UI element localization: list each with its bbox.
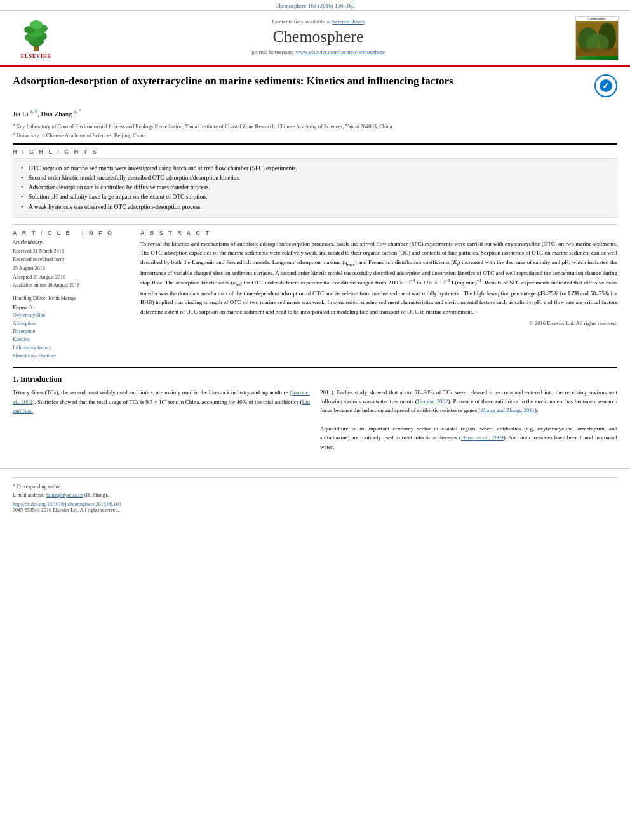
- jones-ref-link[interactable]: Jones et al., 2002: [13, 389, 310, 405]
- page-footer: * Corresponding author. E-mail address: …: [0, 468, 630, 517]
- elsevier-text: ELSEVIER: [21, 53, 51, 59]
- science-direct-link[interactable]: ScienceDirect: [332, 18, 364, 25]
- article-info-abstract-columns: A R T I C L E I N F O Article history: R…: [13, 230, 617, 361]
- ijemba-ref-link[interactable]: IJemba, 2002: [417, 398, 448, 404]
- abstract-text: To reveal the kinetics and mechanisms of…: [140, 239, 617, 316]
- journal-cover-title: Chemosphere: [576, 17, 618, 21]
- keyword-3: Desorption: [13, 328, 130, 336]
- journal-name: Chemosphere: [71, 27, 565, 46]
- main-content: Adsorption-desorption of oxytetracycline…: [0, 67, 630, 458]
- affiliation-b: b University of Chinese Academy of Scien…: [13, 130, 617, 140]
- elsevier-logo-area: ELSEVIER: [8, 16, 65, 60]
- received-revised-date: 15 August 2016: [13, 264, 130, 273]
- elsevier-logo: ELSEVIER: [17, 17, 55, 59]
- affiliation-a: a Key Laboratory of Coastal Environmenta…: [13, 121, 617, 131]
- article-title-text: Adsorption-desorption of oxytetracycline…: [13, 74, 588, 90]
- divider-before-article-info: [13, 224, 617, 225]
- keywords-section: Keywords: Oxytetracycline Adsorption Des…: [13, 305, 130, 361]
- introduction-section: 1. Introduction Tetracyclines (TCs), the…: [13, 375, 617, 452]
- issn-text: 0045-6535/© 2016 Elsevier Ltd. All right…: [13, 507, 617, 513]
- introduction-columns: Tetracyclines (TCs), the second most wid…: [13, 388, 617, 452]
- liu-bao-ref-link[interactable]: Liu and Bao,: [13, 399, 310, 414]
- handling-editor: Handling Editor: Keith Maruya: [13, 295, 130, 301]
- intro-col-right: 2011). Earlier study showed that about 7…: [320, 388, 617, 452]
- authors: Jia Li a, b, Hua Zhang a, *: [13, 109, 617, 117]
- accepted-date: Accepted 21 August 2016: [13, 273, 130, 282]
- highlights-label: H I G H L I G H T S: [13, 149, 617, 155]
- divider-before-intro: [13, 367, 617, 368]
- journal-homepage-link[interactable]: www.elsevier.com/locate/chemosphere: [296, 49, 385, 55]
- received-revised-label: Received in revised form: [13, 255, 130, 264]
- footer-divider: [13, 477, 617, 478]
- science-direct-text: Contents lists available at ScienceDirec…: [71, 18, 565, 25]
- highlights-section: H I G H L I G H T S OTC sorption on mari…: [13, 149, 617, 218]
- affiliations: a Key Laboratory of Coastal Environmenta…: [13, 121, 617, 140]
- highlight-item-5: A weak hysteresis was observed in OTC ad…: [21, 203, 609, 212]
- highlight-item-3: Adsorption/desorption rate is controlled…: [21, 183, 609, 192]
- keywords-label: Keywords:: [13, 305, 130, 310]
- svg-rect-13: [575, 48, 619, 56]
- article-title: Adsorption-desorption of oxytetracycline…: [13, 74, 588, 88]
- available-online: Available online 30 August 2016: [13, 281, 130, 290]
- keyword-6: Stirred flow chamber: [13, 352, 130, 361]
- highlights-box: OTC sorption on marine sediments were in…: [13, 158, 617, 218]
- journal-homepage: journal homepage: www.elsevier.com/locat…: [71, 49, 565, 55]
- journal-reference-text: Chemosphere 164 (2016) 156–163: [275, 3, 354, 9]
- intro-col-left: Tetracyclines (TCs), the second most wid…: [13, 388, 310, 452]
- article-info-column: A R T I C L E I N F O Article history: R…: [13, 230, 130, 361]
- journal-header: ELSEVIER Contents lists available at Sci…: [0, 11, 630, 67]
- svg-point-8: [34, 47, 39, 51]
- article-info-label: A R T I C L E I N F O: [13, 230, 130, 236]
- corresponding-author-note: * Corresponding author. E-mail address: …: [13, 483, 617, 500]
- journal-reference-bar: Chemosphere 164 (2016) 156–163: [0, 0, 630, 11]
- journal-cover-illustration: [575, 21, 619, 56]
- highlight-item-4: Solution pH and salinity have large impa…: [21, 192, 609, 202]
- abstract-column: A B S T R A C T To reveal the kinetics a…: [140, 230, 617, 361]
- introduction-title: 1. Introduction: [13, 375, 617, 384]
- highlight-item-1: OTC sorption on marine sediments were in…: [21, 164, 609, 173]
- email-label: E-mail address:: [13, 492, 46, 498]
- abstract-label: A B S T R A C T: [140, 230, 617, 236]
- keyword-5: Influencing factors: [13, 344, 130, 352]
- keyword-1: Oxytetracycline: [13, 312, 130, 320]
- received-date: Received 31 March 2016: [13, 247, 130, 256]
- svg-text:✓: ✓: [602, 81, 610, 91]
- zhang-zhang-ref-link[interactable]: Zhang and Zhang, 2011: [480, 407, 535, 413]
- article-history: Article history: Received 31 March 2016 …: [13, 239, 130, 290]
- svg-point-7: [30, 20, 43, 29]
- copyright-text: © 2016 Elsevier Ltd. All rights reserved…: [140, 320, 617, 326]
- journal-cover-area: Chemosphere: [572, 16, 622, 60]
- doi-link[interactable]: http://dx.doi.org/10.1016/j.chemosphere.…: [13, 502, 617, 507]
- journal-cover-image: Chemosphere: [575, 16, 619, 60]
- article-history-title: Article history:: [13, 239, 130, 245]
- article-title-section: Adsorption-desorption of oxytetracycline…: [13, 74, 617, 102]
- email-link[interactable]: hzhang@yic.ac.cn: [46, 492, 83, 498]
- journal-name-area: Contents lists available at ScienceDirec…: [71, 16, 565, 60]
- elsevier-tree-icon: [17, 17, 55, 52]
- heuer-ref-link[interactable]: Heuer et al., 2009: [461, 434, 504, 441]
- keyword-4: Kinetics: [13, 336, 130, 344]
- highlight-item-2: Second order kinetic model successfully …: [21, 173, 609, 183]
- keyword-2: Adsorption: [13, 320, 130, 328]
- divider-after-affiliations: [13, 143, 617, 145]
- crossmark-icon: ✓: [594, 74, 617, 97]
